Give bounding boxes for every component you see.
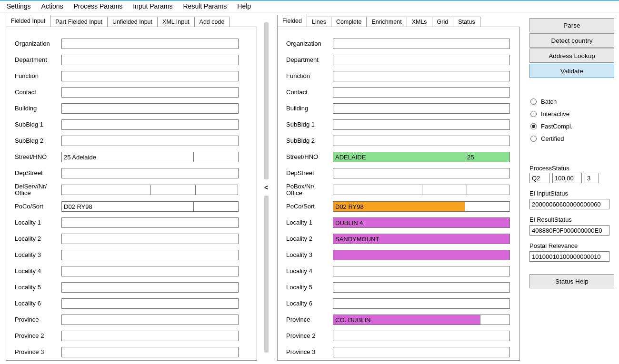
out-building[interactable]	[333, 103, 510, 114]
out-poco[interactable]	[333, 201, 465, 212]
out-locality6[interactable]	[333, 298, 510, 309]
out-locality2[interactable]	[333, 234, 510, 244]
status-help-button[interactable]: Status Help	[529, 274, 614, 288]
out-province3[interactable]	[333, 347, 510, 357]
out-organization[interactable]	[333, 39, 510, 49]
out-poco-sort[interactable]	[465, 201, 510, 212]
in-delserv-nr[interactable]	[150, 185, 196, 195]
in-delserv[interactable]	[61, 185, 151, 195]
menu-actions[interactable]: Actions	[41, 2, 63, 10]
tab-grid[interactable]: Grid	[432, 17, 454, 27]
tab-lines[interactable]: Lines	[307, 17, 331, 27]
tab-enrichment[interactable]: Enrichment	[366, 17, 407, 27]
in-subbldg1[interactable]	[61, 119, 239, 130]
address-lookup-button[interactable]: Address Lookup	[529, 49, 614, 63]
rlabel-poco: PoCo/Sort	[286, 203, 333, 210]
out-subbldg2[interactable]	[333, 136, 510, 146]
out-contact[interactable]	[333, 87, 510, 98]
in-delserv-of[interactable]	[195, 185, 238, 195]
label-subbldg2: SubBldg 2	[15, 138, 61, 144]
label-street: Street/HNO	[15, 154, 61, 160]
in-department[interactable]	[61, 55, 239, 65]
splitter[interactable]: <	[261, 12, 271, 362]
in-subbldg2[interactable]	[61, 136, 239, 146]
out-pobox-nr[interactable]	[422, 185, 467, 195]
in-poco[interactable]	[61, 201, 194, 212]
out-locality1[interactable]	[333, 217, 510, 228]
process-status-score[interactable]	[552, 173, 582, 183]
mode-certified[interactable]: Certified	[530, 132, 614, 145]
label-loc3: Locality 3	[15, 252, 61, 258]
menu-settings[interactable]: Settings	[7, 2, 31, 10]
tab-xml-input[interactable]: XML Input	[157, 17, 195, 27]
in-province3[interactable]	[61, 347, 239, 357]
out-locality3[interactable]	[333, 250, 510, 260]
el-result-status[interactable]	[529, 225, 609, 236]
in-locality5[interactable]	[61, 282, 239, 293]
menu-help[interactable]: Help	[237, 2, 251, 10]
el-result-status-label: El ResultStatus	[529, 216, 614, 223]
tab-part-fielded-input[interactable]: Part Fielded Input	[50, 17, 108, 27]
out-locality5[interactable]	[333, 282, 510, 293]
process-status-count[interactable]	[585, 173, 599, 183]
rlabel-province2: Province 2	[286, 333, 333, 339]
in-province[interactable]	[61, 315, 239, 325]
mode-interactive[interactable]: Interactive	[530, 108, 614, 120]
splitter-grip-top[interactable]	[264, 22, 269, 179]
in-function[interactable]	[61, 71, 239, 81]
tab-complete[interactable]: Complete	[331, 17, 367, 27]
in-building[interactable]	[61, 103, 239, 114]
out-province[interactable]	[333, 315, 480, 325]
rlabel-loc2: Locality 2	[286, 236, 333, 242]
detect-country-button[interactable]: Detect country	[529, 33, 614, 48]
out-function[interactable]	[333, 71, 510, 81]
process-status-code[interactable]	[529, 173, 549, 183]
input-form: Organization Department Function Contact…	[6, 27, 257, 361]
label-function: Function	[15, 73, 61, 79]
in-locality2[interactable]	[61, 234, 239, 244]
in-contact[interactable]	[61, 87, 239, 98]
in-locality6[interactable]	[61, 298, 239, 309]
parse-button[interactable]: Parse	[529, 18, 614, 32]
out-locality4[interactable]	[333, 266, 510, 276]
menu-result-params[interactable]: Result Params	[183, 2, 227, 10]
menu-input-params[interactable]: Input Params	[133, 2, 172, 10]
in-organization[interactable]	[61, 39, 239, 49]
out-province-b[interactable]	[480, 315, 510, 325]
menu-process-params[interactable]: Process Params	[74, 2, 123, 10]
out-department[interactable]	[333, 55, 510, 65]
tab-unfielded-input[interactable]: Unfielded Input	[107, 17, 158, 27]
out-subbldg1[interactable]	[333, 119, 510, 130]
rlabel-subbldg1: SubBldg 1	[286, 121, 333, 128]
in-locality4[interactable]	[61, 266, 239, 276]
out-depstreet[interactable]	[333, 168, 510, 178]
postal-relevance[interactable]	[529, 251, 609, 262]
mode-batch[interactable]: Batch	[530, 95, 614, 108]
tab-fielded[interactable]: Fielded	[277, 15, 307, 27]
in-poco-sort[interactable]	[193, 201, 239, 212]
out-pobox[interactable]	[333, 185, 422, 195]
label-loc4: Locality 4	[15, 268, 61, 275]
in-street-hno[interactable]	[193, 152, 239, 162]
label-poco: PoCo/Sort	[15, 203, 61, 210]
in-province2[interactable]	[61, 331, 239, 341]
mode-fastcompl[interactable]: FastCompl.	[530, 120, 614, 132]
tab-fielded-input[interactable]: Fielded Input	[6, 15, 50, 27]
splitter-grip-bottom[interactable]	[264, 196, 269, 353]
in-locality1[interactable]	[61, 217, 239, 228]
rlabel-building: Building	[286, 105, 333, 112]
in-street[interactable]	[61, 152, 194, 162]
rlabel-province: Province	[286, 316, 333, 323]
tab-add-code[interactable]: Add code	[194, 17, 230, 27]
el-input-status[interactable]	[529, 199, 609, 209]
out-province2[interactable]	[333, 331, 510, 341]
validate-button[interactable]: Validate	[529, 64, 614, 78]
out-street[interactable]	[333, 152, 465, 162]
out-street-hno[interactable]	[465, 152, 510, 162]
in-depstreet[interactable]	[61, 168, 239, 178]
splitter-collapse-button[interactable]: <	[261, 181, 271, 194]
in-locality3[interactable]	[61, 250, 239, 260]
tab-xmls[interactable]: XMLs	[407, 17, 432, 27]
out-pobox-of[interactable]	[467, 185, 509, 195]
tab-status[interactable]: Status	[453, 17, 480, 27]
